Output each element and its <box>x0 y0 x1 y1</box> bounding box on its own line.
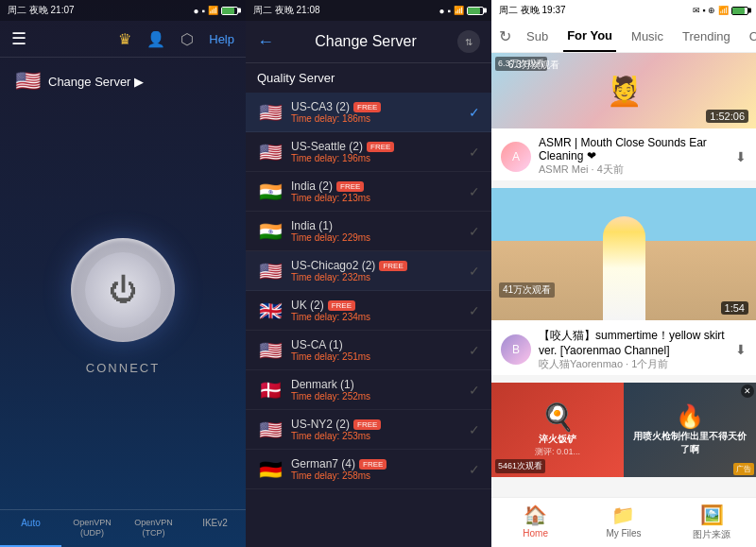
flag-usseattle: 🇺🇸 <box>257 141 284 163</box>
refresh-icon[interactable]: ↻ <box>499 27 511 45</box>
battery-icon <box>221 7 238 15</box>
summertime-download-icon[interactable]: ⬇ <box>735 342 747 357</box>
video-card-split: 🍳 淬火饭铲 测评: 0.01... 5461次观看 🔥 用喷火枪制作出里不得天… <box>491 383 756 477</box>
bottom-nav-images[interactable]: 🖼️ 图片来源 <box>668 504 756 541</box>
server-delay-denmark: Time delay: 252ms <box>291 391 469 402</box>
home-label: Home <box>523 528 548 538</box>
user-icon[interactable]: 👤 <box>146 30 165 48</box>
tab-for-you[interactable]: For You <box>563 21 616 52</box>
flag-india1: 🇮🇳 <box>257 220 284 243</box>
server-item-india2[interactable]: 🇮🇳 India (2) FREE Time delay: 213ms ✓ <box>246 172 491 212</box>
tab-auto[interactable]: Auto <box>0 510 61 547</box>
server-item-india1[interactable]: 🇮🇳 India (1) Time delay: 229ms ✓ <box>246 212 491 251</box>
tab-ikev2[interactable]: IKEv2 <box>184 510 246 547</box>
free-badge-usny2: FREE <box>353 419 381 430</box>
kitchen-title: 淬火饭铲 <box>539 433 576 446</box>
panel2-title: Change Server <box>274 33 457 50</box>
free-badge-german7: FREE <box>359 459 387 470</box>
tab-sub[interactable]: Sub <box>523 22 552 51</box>
menu-icon[interactable]: ☰ <box>11 28 26 49</box>
summertime-duration: 1:54 <box>721 301 748 315</box>
panel1-status-icons: ● ▪ 📶 <box>193 6 238 16</box>
panel1-tabs: Auto OpenVPN (UDP) OpenVPN (TCP) IKEv2 <box>0 509 246 547</box>
kitchen-subtitle: 测评: 0.01... <box>535 446 580 458</box>
server-item-usseattle[interactable]: 🇺🇸 US-Seattle (2) FREE Time delay: 196ms… <box>246 132 491 172</box>
help-button[interactable]: Help <box>209 32 234 46</box>
sort-icon[interactable]: ⇅ <box>457 30 480 53</box>
video-content: 6.3万次观看 💆 1:52:06 6.3万次观看 A ASMR | Mouth… <box>491 53 756 497</box>
share-icon[interactable]: ⬡ <box>180 30 194 48</box>
server-item-usca3[interactable]: 🇺🇸 US-CA3 (2) FREE Time delay: 186ms ✓ <box>246 93 491 132</box>
free-badge-usca3: FREE <box>353 102 381 112</box>
tab-openvpn-udp[interactable]: OpenVPN (UDP) <box>61 510 123 547</box>
server-list: 🇺🇸 US-CA3 (2) FREE Time delay: 186ms ✓ 🇺… <box>246 93 491 547</box>
check-icon-denmark: ✓ <box>469 383 480 398</box>
flag-india2: 🇮🇳 <box>257 180 284 203</box>
summertime-thumbnail[interactable]: 1:54 41万次观看 <box>491 188 756 320</box>
server-name-india2: India (2) FREE <box>291 179 469 193</box>
flag-german7: 🇩🇪 <box>257 458 284 481</box>
home-icon: 🏠 <box>524 504 547 526</box>
server-info-india1: India (1) Time delay: 229ms <box>291 219 469 243</box>
tab-trending[interactable]: Trending <box>679 22 734 51</box>
server-item-uk[interactable]: 🇬🇧 UK (2) FREE Time delay: 234ms ✓ <box>246 291 491 331</box>
change-server-button[interactable]: 🇺🇸 Change Server ▶ <box>0 58 246 105</box>
split-thumb-fire[interactable]: 🔥 用喷火枪制作出里不得天价了啊 ✕ 广告 <box>624 383 756 477</box>
flag-uschicago: 🇺🇸 <box>257 260 284 282</box>
panel1-statusbar: 周二 夜晚 21:07 ● ▪ 📶 <box>0 0 246 21</box>
asmr-duration: 1:52:06 <box>706 110 748 123</box>
server-info-usca1: US-CA (1) Time delay: 251ms <box>291 338 469 362</box>
server-delay-usca1: Time delay: 251ms <box>291 351 469 362</box>
flag-usca3: 🇺🇸 <box>257 101 284 124</box>
server-delay-usca3: Time delay: 186ms <box>291 113 469 124</box>
server-info-usseattle: US-Seattle (2) FREE Time delay: 196ms <box>291 140 469 163</box>
asmr-meta: ASMR | Mouth Close Sounds Ear Cleaning ❤… <box>539 136 728 177</box>
ad-badge: 广告 <box>733 463 754 475</box>
views-top-count: 6.3万次观看 <box>499 57 569 74</box>
free-badge-uschicago: FREE <box>379 261 406 271</box>
summertime-author: 咬人猫Yaorenmao · 1个月前 <box>539 357 728 371</box>
crown-icon[interactable]: ♛ <box>118 30 131 48</box>
split-thumb-kitchen[interactable]: 🍳 淬火饭铲 测评: 0.01... 5461次观看 <box>491 383 624 477</box>
panel1-header: ☰ ♛ 👤 ⬡ Help <box>0 21 246 58</box>
tab-music[interactable]: Music <box>627 22 667 51</box>
girl-figure <box>603 216 645 320</box>
bottom-nav-myfiles[interactable]: 📁 My Files <box>579 504 667 541</box>
flag-usca1: 🇺🇸 <box>257 339 284 362</box>
bottom-nav-home[interactable]: 🏠 Home <box>491 504 579 541</box>
server-name-german7: German7 (4) FREE <box>291 457 469 470</box>
server-name-usca1: US-CA (1) <box>291 338 469 351</box>
asmr-author: ASMR Mei · 4天前 <box>539 162 728 177</box>
power-button[interactable]: ⏻ <box>85 252 161 328</box>
flag-denmark: 🇩🇰 <box>257 379 284 402</box>
server-item-denmark[interactable]: 🇩🇰 Denmark (1) Time delay: 252ms ✓ <box>246 370 491 410</box>
battery2-icon <box>467 7 484 15</box>
flag-uk: 🇬🇧 <box>257 299 284 322</box>
images-icon: 🖼️ <box>700 504 724 526</box>
vpn-panel: 周二 夜晚 21:07 ● ▪ 📶 ☰ ♛ 👤 ⬡ Help 🇺🇸 Change… <box>0 0 246 547</box>
panel3-statusbar: 周二 夜晚 19:37 ✉ ▪ ⊕ 📶 <box>491 0 756 21</box>
flag-icon: 🇺🇸 <box>15 69 41 94</box>
server-item-usny2[interactable]: 🇺🇸 US-NY2 (2) FREE Time delay: 253ms ✓ <box>246 410 491 450</box>
asmr-download-icon[interactable]: ⬇ <box>735 149 747 164</box>
server-item-usca1[interactable]: 🇺🇸 US-CA (1) Time delay: 251ms ✓ <box>246 331 491 370</box>
check-icon-india1: ✓ <box>469 224 480 239</box>
server-delay-german7: Time delay: 258ms <box>291 470 469 481</box>
panel3-tabs: ↻ Sub For You Music Trending Cha <box>491 21 756 53</box>
tab-cha[interactable]: Cha <box>746 22 756 51</box>
video-panel: 周二 夜晚 19:37 ✉ ▪ ⊕ 📶 ↻ Sub For You Music … <box>491 0 756 547</box>
panel2-time: 周二 夜晚 21:08 <box>253 4 320 17</box>
myfiles-icon: 📁 <box>611 504 635 526</box>
close-icon[interactable]: ✕ <box>741 385 754 398</box>
server-item-uschicago[interactable]: 🇺🇸 US-Chicago2 (2) FREE Time delay: 232m… <box>246 251 491 291</box>
server-delay-uschicago: Time delay: 232ms <box>291 272 469 282</box>
server-delay-uk: Time delay: 234ms <box>291 312 469 322</box>
check-icon-german7: ✓ <box>469 462 480 477</box>
tab-openvpn-tcp[interactable]: OpenVPN (TCP) <box>123 510 184 547</box>
server-item-german7[interactable]: 🇩🇪 German7 (4) FREE Time delay: 258ms ✓ <box>246 450 491 489</box>
panel1-main: ⏻ CONNECT <box>0 105 246 509</box>
images-label: 图片来源 <box>693 528 730 541</box>
server-delay-usny2: Time delay: 253ms <box>291 431 469 441</box>
back-icon[interactable]: ← <box>257 32 274 52</box>
summertime-header: B 【咬人猫】summertime！yellow skirt ver. [Yao… <box>491 320 756 375</box>
